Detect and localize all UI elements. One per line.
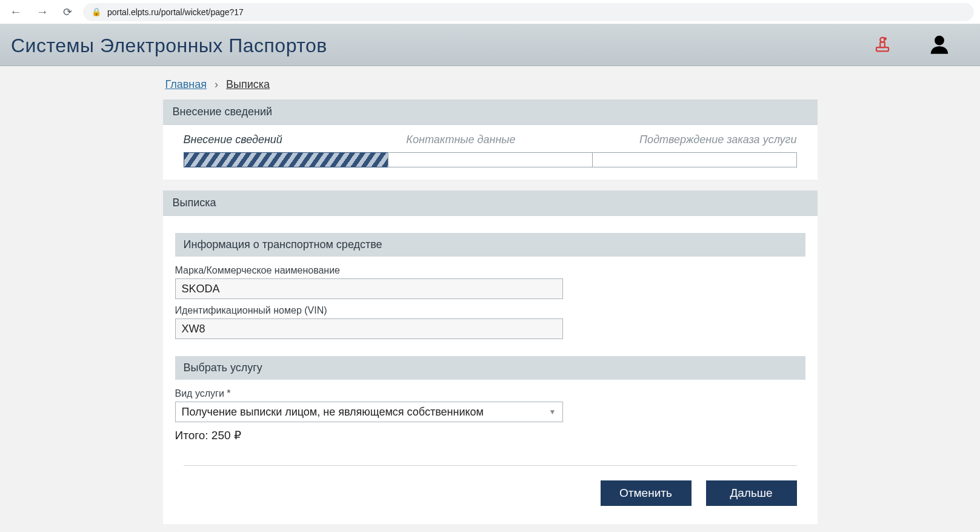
forward-arrow-icon[interactable]: →	[33, 2, 52, 21]
wizard-panel: Внесение сведений Внесение сведений Конт…	[163, 99, 818, 180]
stamp-icon[interactable]	[873, 35, 892, 56]
next-button[interactable]: Дальше	[706, 480, 797, 506]
site-title: Системы Электронных Паспортов	[11, 35, 327, 57]
service-type-label-text: Вид услуги *	[175, 388, 231, 399]
brand-label: Марка/Коммерческое наименование	[175, 265, 805, 276]
reload-icon[interactable]: ⟳	[59, 3, 76, 21]
form-actions: Отменить Дальше	[184, 465, 797, 506]
progress-seg-3	[592, 152, 797, 167]
url-text: portal.elpts.ru/portal/wicket/page?17	[107, 7, 244, 17]
brand-input[interactable]	[175, 278, 563, 299]
progress-seg-2	[388, 152, 593, 167]
cancel-button[interactable]: Отменить	[601, 480, 692, 506]
wizard-steps: Внесение сведений Контактные данные Подт…	[184, 133, 797, 146]
form-section-title: Выписка	[163, 190, 818, 216]
service-type-value: Получение выписки лицом, не являющемся с…	[182, 406, 484, 419]
user-profile-icon[interactable]	[928, 33, 951, 58]
breadcrumb-current: Выписка	[226, 78, 270, 90]
form-panel: Выписка Информация о транспортном средст…	[163, 190, 818, 524]
lock-icon: 🔒	[92, 7, 101, 16]
browser-toolbar: ← → ⟳ 🔒 portal.elpts.ru/portal/wicket/pa…	[0, 0, 980, 24]
service-section-header: Выбрать услугу	[175, 356, 805, 380]
breadcrumb: Главная › Выписка	[163, 66, 818, 99]
breadcrumb-separator: ›	[215, 78, 218, 90]
breadcrumb-home-link[interactable]: Главная	[165, 78, 207, 90]
svg-rect-1	[880, 42, 885, 47]
wizard-step-3: Подтверждение заказа услуги	[639, 133, 796, 146]
address-bar[interactable]: 🔒 portal.elpts.ru/portal/wicket/page?17	[83, 3, 974, 21]
svg-point-3	[884, 37, 887, 40]
service-type-select[interactable]: Получение выписки лицом, не являющемся с…	[175, 402, 563, 422]
progress-seg-1	[184, 152, 388, 167]
vin-input[interactable]	[175, 318, 563, 339]
vehicle-section-header: Информация о транспортном средстве	[175, 233, 805, 257]
total-price: Итого: 250 ₽	[175, 428, 805, 442]
wizard-progress	[184, 152, 797, 167]
back-arrow-icon[interactable]: ←	[6, 2, 25, 21]
wizard-title: Внесение сведений	[163, 99, 818, 125]
svg-point-4	[935, 36, 944, 45]
wizard-step-1: Внесение сведений	[184, 133, 282, 146]
site-header: Системы Электронных Паспортов	[0, 24, 980, 66]
wizard-step-2: Контактные данные	[406, 133, 515, 146]
service-type-label: Вид услуги *	[175, 388, 805, 399]
vin-label: Идентификационный номер (VIN)	[175, 305, 805, 316]
chevron-down-icon: ▼	[549, 408, 556, 416]
